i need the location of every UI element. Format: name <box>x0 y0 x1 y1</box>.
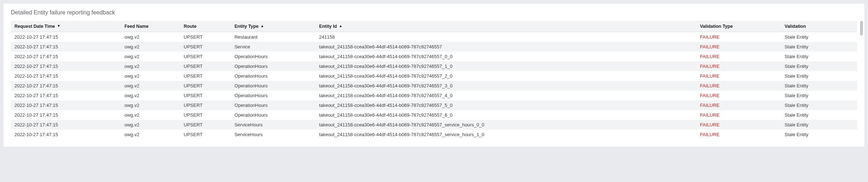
cell-validation-type: FAILURE <box>696 120 781 130</box>
cell-validation: Stale Entity <box>781 42 857 52</box>
cell-request-date-time: 2022-10-27 17:47:15 <box>11 52 121 61</box>
sort-asc-icon: ▲ <box>260 24 264 28</box>
cell-entity-type: OperationHours <box>231 61 315 71</box>
cell-entity-id: takeout_241158-ccea30e6-44df-4514-b069-7… <box>316 52 696 61</box>
cell-request-date-time: 2022-10-27 17:47:15 <box>11 81 121 91</box>
cell-entity-id: takeout_241158-ccea30e6-44df-4514-b069-7… <box>316 71 696 81</box>
cell-entity-id: takeout_241158-ccea30e6-44df-4514-b069-7… <box>316 100 696 110</box>
table-row: 2022-10-27 17:47:15owg.v2UPSERTOperation… <box>11 110 857 120</box>
cell-request-date-time: 2022-10-27 17:47:15 <box>11 91 121 100</box>
cell-entity-id: takeout_241158-ccea30e6-44df-4514-b069-7… <box>316 81 696 91</box>
cell-feed-name: owg.v2 <box>121 52 180 61</box>
table-row: 2022-10-27 17:47:15owg.v2UPSERTOperation… <box>11 71 857 81</box>
col-validation[interactable]: Validation <box>781 21 857 32</box>
col-request-date-time[interactable]: Request Date Time ▼ <box>11 21 121 32</box>
cell-route: UPSERT <box>180 91 231 100</box>
cell-route: UPSERT <box>180 100 231 110</box>
cell-feed-name: owg.v2 <box>121 120 180 130</box>
cell-route: UPSERT <box>180 52 231 61</box>
cell-feed-name: owg.v2 <box>121 81 180 91</box>
col-label: Validation Type <box>700 24 733 29</box>
cell-request-date-time: 2022-10-27 17:47:15 <box>11 120 121 130</box>
cell-route: UPSERT <box>180 32 231 42</box>
cell-validation: Stale Entity <box>781 61 857 71</box>
cell-feed-name: owg.v2 <box>121 110 180 120</box>
cell-route: UPSERT <box>180 110 231 120</box>
cell-validation-type: FAILURE <box>696 110 781 120</box>
table-row: 2022-10-27 17:47:15owg.v2UPSERTOperation… <box>11 100 857 110</box>
cell-route: UPSERT <box>180 81 231 91</box>
cell-validation-type: FAILURE <box>696 32 781 42</box>
cell-request-date-time: 2022-10-27 17:47:15 <box>11 61 121 71</box>
table-row: 2022-10-27 17:47:15owg.v2UPSERTServiceta… <box>11 42 857 52</box>
cell-request-date-time: 2022-10-27 17:47:15 <box>11 32 121 42</box>
cell-entity-id: takeout_241158-ccea30e6-44df-4514-b069-7… <box>316 130 696 139</box>
cell-validation: Stale Entity <box>781 120 857 130</box>
cell-feed-name: owg.v2 <box>121 32 180 42</box>
col-label: Route <box>184 24 196 29</box>
cell-request-date-time: 2022-10-27 17:47:15 <box>11 71 121 81</box>
cell-validation-type: FAILURE <box>696 81 781 91</box>
cell-entity-type: Restaurant <box>231 32 315 42</box>
col-label: Validation <box>785 24 806 29</box>
cell-feed-name: owg.v2 <box>121 100 180 110</box>
cell-validation: Stale Entity <box>781 71 857 81</box>
cell-entity-type: OperationHours <box>231 71 315 81</box>
table-row: 2022-10-27 17:47:15owg.v2UPSERTOperation… <box>11 91 857 100</box>
cell-validation: Stale Entity <box>781 32 857 42</box>
cell-entity-id: takeout_241158-ccea30e6-44df-4514-b069-7… <box>316 91 696 100</box>
cell-validation-type: FAILURE <box>696 91 781 100</box>
cell-entity-id: takeout_241158-ccea30e6-44df-4514-b069-7… <box>316 61 696 71</box>
cell-entity-type: OperationHours <box>231 100 315 110</box>
table-row: 2022-10-27 17:47:15owg.v2UPSERTRestauran… <box>11 32 857 42</box>
cell-entity-type: OperationHours <box>231 81 315 91</box>
cell-route: UPSERT <box>180 71 231 81</box>
sort-asc-icon: ▲ <box>339 24 343 28</box>
col-validation-type[interactable]: Validation Type <box>696 21 781 32</box>
col-route[interactable]: Route <box>180 21 231 32</box>
cell-entity-id: takeout_241158-ccea30e6-44df-4514-b069-7… <box>316 110 696 120</box>
cell-entity-type: OperationHours <box>231 110 315 120</box>
cell-feed-name: owg.v2 <box>121 130 180 139</box>
cell-feed-name: owg.v2 <box>121 91 180 100</box>
cell-validation: Stale Entity <box>781 100 857 110</box>
cell-validation: Stale Entity <box>781 110 857 120</box>
cell-request-date-time: 2022-10-27 17:47:15 <box>11 110 121 120</box>
panel-title: Detailed Entity failure reporting feedba… <box>11 9 857 16</box>
cell-route: UPSERT <box>180 42 231 52</box>
cell-validation: Stale Entity <box>781 91 857 100</box>
entity-failure-panel: Detailed Entity failure reporting feedba… <box>4 4 864 147</box>
col-label: Request Date Time <box>14 24 55 29</box>
cell-validation: Stale Entity <box>781 130 857 139</box>
table-row: 2022-10-27 17:47:15owg.v2UPSERTOperation… <box>11 81 857 91</box>
cell-feed-name: owg.v2 <box>121 71 180 81</box>
cell-validation-type: FAILURE <box>696 130 781 139</box>
cell-entity-id: takeout_241158-ccea30e6-44df-4514-b069-7… <box>316 42 696 52</box>
table-row: 2022-10-27 17:47:15owg.v2UPSERTOperation… <box>11 61 857 71</box>
cell-validation-type: FAILURE <box>696 42 781 52</box>
cell-route: UPSERT <box>180 130 231 139</box>
cell-entity-type: ServiceHours <box>231 130 315 139</box>
col-feed-name[interactable]: Feed Name <box>121 21 180 32</box>
table-row: 2022-10-27 17:47:15owg.v2UPSERTServiceHo… <box>11 130 857 139</box>
table-body: 2022-10-27 17:47:15owg.v2UPSERTRestauran… <box>11 32 857 140</box>
col-entity-type[interactable]: Entity Type ▲ <box>231 21 315 32</box>
cell-feed-name: owg.v2 <box>121 42 180 52</box>
cell-entity-type: Service <box>231 42 315 52</box>
cell-entity-type: ServiceHours <box>231 120 315 130</box>
cell-entity-id: 241158 <box>316 32 696 42</box>
cell-entity-type: OperationHours <box>231 91 315 100</box>
table-row: 2022-10-27 17:47:15owg.v2UPSERTOperation… <box>11 52 857 61</box>
table-header-row: Request Date Time ▼ Feed Name Route Enti… <box>11 21 857 32</box>
cell-request-date-time: 2022-10-27 17:47:15 <box>11 130 121 139</box>
entity-failure-table: Request Date Time ▼ Feed Name Route Enti… <box>11 21 857 139</box>
cell-validation-type: FAILURE <box>696 61 781 71</box>
cell-entity-id: takeout_241158-ccea30e6-44df-4514-b069-7… <box>316 120 696 130</box>
cell-feed-name: owg.v2 <box>121 61 180 71</box>
col-label: Entity Type <box>234 24 258 29</box>
cell-validation-type: FAILURE <box>696 100 781 110</box>
col-entity-id[interactable]: Entity Id ▲ <box>316 21 696 32</box>
sort-desc-icon: ▼ <box>57 24 61 28</box>
table-row: 2022-10-27 17:47:15owg.v2UPSERTServiceHo… <box>11 120 857 130</box>
scrollbar-thumb[interactable] <box>860 21 863 35</box>
